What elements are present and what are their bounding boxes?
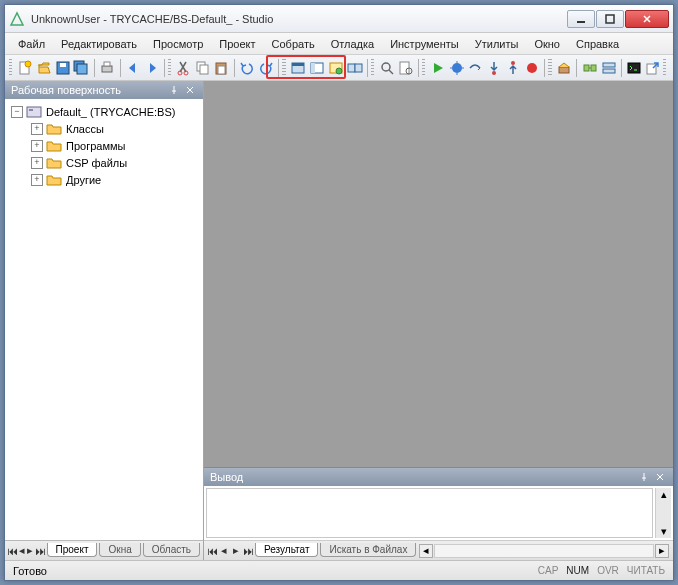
window-toggle-2-icon[interactable] — [309, 58, 326, 78]
find-in-files-icon[interactable] — [397, 58, 414, 78]
tree-node-classes[interactable]: + Классы — [7, 120, 201, 137]
panel-close-icon[interactable] — [653, 470, 667, 484]
svg-point-21 — [336, 68, 342, 74]
svg-rect-32 — [584, 65, 589, 71]
svg-rect-5 — [60, 63, 66, 67]
output-tabs: ⏮ ◂ ▸ ⏭ Результат Искать в Файлах ◂ ▸ — [204, 540, 673, 560]
minimize-button[interactable] — [567, 10, 595, 28]
tree-node-csp[interactable]: + CSP файлы — [7, 154, 201, 171]
export-icon[interactable] — [645, 58, 662, 78]
toolbar-grip-2 — [168, 59, 171, 77]
print-icon[interactable] — [99, 58, 116, 78]
svg-rect-22 — [348, 64, 355, 72]
window-toggle-3-icon[interactable] — [327, 58, 344, 78]
breakpoint-icon[interactable] — [524, 58, 541, 78]
status-num: NUM — [566, 565, 589, 576]
close-button[interactable] — [625, 10, 669, 28]
scroll-up-icon[interactable]: ▴ — [661, 488, 667, 501]
namespace-icon[interactable] — [600, 58, 617, 78]
redo-icon[interactable] — [258, 58, 275, 78]
workspace-panel: Рабочая поверхность − Default_ (TRYCACHE… — [5, 81, 204, 560]
tab-prev-icon[interactable]: ◂ — [18, 544, 26, 558]
expand-icon[interactable]: + — [31, 174, 43, 186]
svg-rect-15 — [218, 66, 225, 74]
output-scrollbar[interactable]: ▴ ▾ — [655, 488, 671, 538]
svg-rect-33 — [591, 65, 596, 71]
workspace-title: Рабочая поверхность — [11, 84, 121, 96]
statusbar: Готово CAP NUM OVR ЧИТАТЬ — [5, 560, 673, 580]
run-icon[interactable] — [429, 58, 446, 78]
svg-rect-1 — [606, 15, 614, 23]
save-all-icon[interactable] — [73, 58, 90, 78]
tab-project[interactable]: Проект — [47, 543, 98, 557]
tab-last-icon[interactable]: ⏭ — [35, 544, 46, 558]
tab-next-icon[interactable]: ▸ — [230, 544, 242, 558]
menu-project[interactable]: Проект — [212, 36, 262, 52]
open-icon[interactable] — [35, 58, 52, 78]
menu-file[interactable]: Файл — [11, 36, 52, 52]
step-into-icon[interactable] — [486, 58, 503, 78]
tree-root[interactable]: − Default_ (TRYCACHE:BS) — [7, 103, 201, 120]
menu-debug[interactable]: Отладка — [324, 36, 381, 52]
content-area: Рабочая поверхность − Default_ (TRYCACHE… — [5, 81, 673, 560]
tab-last-icon[interactable]: ⏭ — [242, 544, 254, 558]
maximize-button[interactable] — [596, 10, 624, 28]
svg-rect-31 — [559, 67, 569, 73]
tab-namespace[interactable]: Область — [143, 543, 200, 557]
debug-icon[interactable] — [448, 58, 465, 78]
paste-icon[interactable] — [213, 58, 230, 78]
scroll-down-icon[interactable]: ▾ — [661, 525, 667, 538]
pin-icon[interactable] — [637, 470, 651, 484]
window-toggle-4-icon[interactable] — [346, 58, 363, 78]
terminal-icon[interactable] — [626, 58, 643, 78]
connect-icon[interactable] — [581, 58, 598, 78]
menu-tools[interactable]: Инструменты — [383, 36, 466, 52]
find-icon[interactable] — [378, 58, 395, 78]
scroll-left-icon[interactable]: ◂ — [419, 544, 433, 558]
build-icon[interactable] — [556, 58, 573, 78]
menu-edit[interactable]: Редактировать — [54, 36, 144, 52]
svg-rect-23 — [355, 64, 362, 72]
back-icon[interactable] — [124, 58, 141, 78]
project-tree[interactable]: − Default_ (TRYCACHE:BS) + Классы + Прог… — [5, 99, 203, 540]
collapse-icon[interactable]: − — [11, 106, 23, 118]
expand-icon[interactable]: + — [31, 123, 43, 135]
tab-result[interactable]: Результат — [255, 543, 318, 557]
tab-windows[interactable]: Окна — [99, 543, 140, 557]
output-text[interactable] — [206, 488, 653, 538]
expand-icon[interactable]: + — [31, 157, 43, 169]
forward-icon[interactable] — [143, 58, 160, 78]
cut-icon[interactable] — [175, 58, 192, 78]
expand-icon[interactable]: + — [31, 140, 43, 152]
panel-close-icon[interactable] — [183, 83, 197, 97]
output-panel: Вывод ▴ ▾ ⏮ ◂ ▸ ⏭ Резуль — [204, 467, 673, 560]
tab-find-in-files[interactable]: Искать в Файлах — [320, 543, 416, 557]
menu-help[interactable]: Справка — [569, 36, 626, 52]
menu-build[interactable]: Собрать — [265, 36, 322, 52]
tab-prev-icon[interactable]: ◂ — [218, 544, 230, 558]
step-over-icon[interactable] — [467, 58, 484, 78]
tree-node-other[interactable]: + Другие — [7, 171, 201, 188]
copy-icon[interactable] — [194, 58, 211, 78]
window-toggle-1-icon[interactable] — [290, 58, 307, 78]
new-icon[interactable] — [16, 58, 33, 78]
pin-icon[interactable] — [167, 83, 181, 97]
scroll-right-icon[interactable]: ▸ — [655, 544, 669, 558]
workspace-header: Рабочая поверхность — [5, 81, 203, 99]
tab-first-icon[interactable]: ⏮ — [7, 544, 18, 558]
tree-root-label: Default_ (TRYCACHE:BS) — [46, 106, 175, 118]
scroll-track[interactable] — [434, 544, 654, 558]
menu-view[interactable]: Просмотр — [146, 36, 210, 52]
tab-first-icon[interactable]: ⏮ — [206, 544, 218, 558]
tree-node-programs[interactable]: + Программы — [7, 137, 201, 154]
mdi-workspace — [204, 81, 673, 467]
menu-utilities[interactable]: Утилиты — [468, 36, 526, 52]
app-window: UnknownUser - TRYCACHE/BS-Default_ - Stu… — [4, 4, 674, 581]
svg-point-3 — [25, 61, 31, 67]
output-hscroll[interactable]: ◂ ▸ — [417, 544, 671, 558]
undo-icon[interactable] — [239, 58, 256, 78]
tab-next-icon[interactable]: ▸ — [26, 544, 34, 558]
step-out-icon[interactable] — [505, 58, 522, 78]
menu-window[interactable]: Окно — [527, 36, 567, 52]
save-icon[interactable] — [54, 58, 71, 78]
